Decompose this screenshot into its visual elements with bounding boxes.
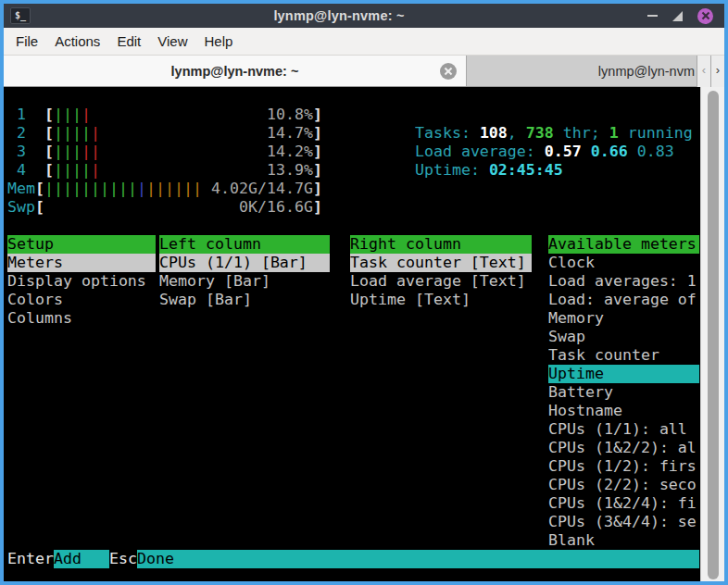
panel-right-column: Right column Task counter [Text] Load av… [350, 235, 532, 309]
terminal-scrollbar[interactable] [700, 87, 724, 585]
left-item-swap[interactable]: Swap [Bar] [159, 291, 330, 309]
menu-actions[interactable]: Actions [46, 28, 108, 56]
meter-bar: | [72, 180, 82, 198]
tab-scroll-right-icon[interactable]: › [710, 56, 724, 87]
meter-bar: | [91, 161, 100, 180]
avail-item-cpus-12-4[interactable]: CPUs (1&2/4): fi [548, 494, 699, 513]
meter-bar: | [156, 180, 165, 198]
meter-bar: | [100, 180, 109, 198]
tab-inactive[interactable]: lynmp@lyn-nvm [467, 56, 697, 86]
left-item-cpus[interactable]: CPUs (1/1) [Bar] [159, 254, 330, 272]
menu-view[interactable]: View [149, 28, 195, 56]
uptime-label: Uptime: [415, 161, 489, 179]
titlebar: $_ lynmp@lyn-nvme: ~ [4, 4, 724, 28]
key-esc[interactable]: Esc [109, 550, 137, 568]
fn-add-button[interactable]: Add [54, 550, 109, 568]
minimize-button[interactable] [647, 15, 658, 17]
meter-bar: | [137, 180, 146, 198]
cpu4-bars: ||||| [54, 161, 100, 180]
panel-left-header: Left column [159, 235, 330, 254]
avail-item-uptime[interactable]: Uptime [548, 365, 699, 383]
tab-close-icon[interactable] [440, 63, 457, 80]
cpu4-percent: 13.9% [165, 161, 313, 180]
avail-item-battery[interactable]: Battery [548, 383, 699, 402]
right-item-uptime[interactable]: Uptime [Text] [350, 291, 532, 309]
avail-item-cpus-2-2[interactable]: CPUs (2/2): seco [548, 476, 699, 494]
meter-bar: | [91, 180, 100, 198]
panel-right-header: Right column [350, 235, 532, 254]
avail-item-load-avgs[interactable]: Load averages: 1 [548, 272, 699, 291]
swap-label: Swp [7, 198, 35, 217]
avail-item-task-counter[interactable]: Task counter [548, 346, 699, 365]
terminal-window: $_ lynmp@lyn-nvme: ~ File Actions Edit V… [0, 0, 728, 585]
panel-setup-header: Setup [7, 235, 156, 254]
terminal-icon: $_ [10, 7, 31, 24]
menubar: File Actions Edit View Help [4, 28, 724, 56]
tabbar: lynmp@lyn-nvme: ~ lynmp@lyn-nvm ‹ › [4, 56, 724, 87]
uptime-line: Uptime: 02:45:45 [4, 143, 700, 161]
avail-item-cpus-12-2[interactable]: CPUs (1&2/2): al [548, 439, 699, 457]
setup-item-columns[interactable]: Columns [7, 309, 156, 328]
window-title: lynmp@lyn-nvme: ~ [31, 8, 647, 23]
meter-bar: | [72, 161, 82, 180]
load-average-line: Load average: 0.57 0.66 0.83 [4, 124, 700, 143]
avail-item-blank[interactable]: Blank [548, 531, 699, 550]
window-controls [647, 8, 713, 24]
memory-value: 4.02G/14.7G [165, 180, 313, 198]
menu-help[interactable]: Help [195, 28, 241, 56]
right-item-load-average[interactable]: Load average [Text] [350, 272, 532, 291]
avail-item-hostname[interactable]: Hostname [548, 402, 699, 420]
meter-bar: | [146, 180, 156, 198]
scrollbar-thumb[interactable] [708, 91, 719, 579]
menu-file[interactable]: File [7, 28, 46, 56]
meter-bar: | [54, 180, 63, 198]
meter-bar: | [82, 161, 91, 180]
tab-active[interactable]: lynmp@lyn-nvme: ~ [4, 56, 467, 86]
panel-available-header: Available meters [548, 235, 699, 254]
avail-item-clock[interactable]: Clock [548, 254, 699, 272]
meter-bar: | [82, 180, 91, 198]
bracket: ] [313, 198, 322, 217]
tab-active-title: lynmp@lyn-nvme: ~ [171, 64, 299, 79]
function-bar: Enter Add Esc Done [4, 550, 700, 568]
bracket: ] [313, 180, 322, 198]
setup-item-display-options[interactable]: Display options [7, 272, 156, 291]
key-enter[interactable]: Enter [7, 550, 54, 568]
meter-bar: | [44, 180, 54, 198]
avail-item-memory[interactable]: Memory [548, 309, 699, 328]
meter-bar: | [109, 180, 119, 198]
panel-left-column: Left column CPUs (1/1) [Bar] Memory [Bar… [159, 235, 330, 309]
terminal-icon-glyph: $_ [15, 10, 26, 20]
panel-setup: Setup Meters Display options Colors Colu… [7, 235, 156, 328]
meter-bar: | [128, 180, 137, 198]
panel-available-meters: Available meters Clock Load averages: 1 … [548, 235, 699, 550]
bracket: [ [35, 198, 44, 217]
tasks-line: Tasks: 108, 738 thr; 1 running [4, 106, 700, 124]
htop-screen: 1 [ |||| 10.8% ] 2 [ ||||| 14.7% ] 3 [ |… [4, 87, 700, 585]
avail-item-load-avg-of[interactable]: Load: average of [548, 291, 699, 309]
avail-item-cpus-1-1[interactable]: CPUs (1/1): all [548, 420, 699, 439]
maximize-button[interactable] [672, 11, 683, 21]
swap-meter: Swp [ 0K/16.6G ] [4, 198, 700, 217]
setup-item-meters[interactable]: Meters [7, 254, 156, 272]
bracket: ] [313, 161, 322, 180]
avail-item-cpus-1-2[interactable]: CPUs (1/2): firs [548, 457, 699, 476]
meter-bar: | [63, 161, 72, 180]
swap-value: 0K/16.6G [165, 198, 313, 217]
tab-nav: ‹ › [697, 56, 724, 86]
meter-bar: | [119, 180, 128, 198]
right-item-task-counter[interactable]: Task counter [Text] [350, 254, 532, 272]
close-button[interactable] [697, 8, 713, 24]
tab-inactive-title: lynmp@lyn-nvm [598, 64, 695, 79]
left-item-memory[interactable]: Memory [Bar] [159, 272, 330, 291]
avail-item-cpus-34-4[interactable]: CPUs (3&4/4): se [548, 513, 699, 531]
fn-done-button[interactable]: Done [137, 550, 699, 568]
avail-item-swap[interactable]: Swap [548, 328, 699, 346]
meter-bar: | [63, 180, 72, 198]
uptime-value: 02:45:45 [489, 161, 563, 179]
tab-scroll-left-icon[interactable]: ‹ [697, 56, 710, 87]
setup-item-colors[interactable]: Colors [7, 291, 156, 309]
menu-edit[interactable]: Edit [108, 28, 149, 56]
